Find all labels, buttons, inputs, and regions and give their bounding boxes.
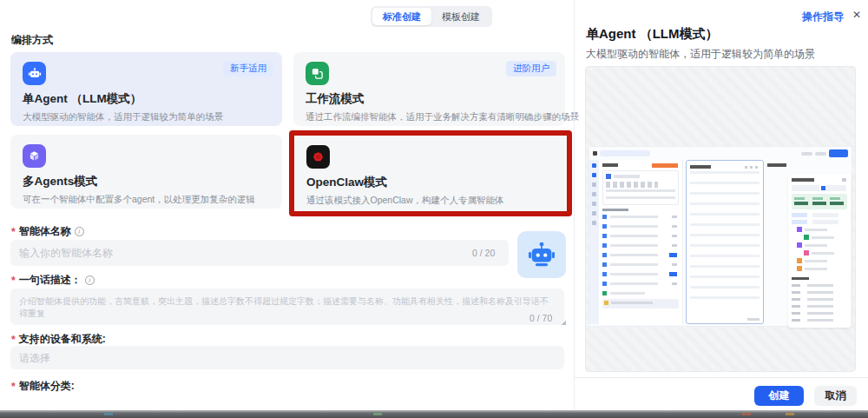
preview-description: 大模型驱动的智能体，适用于逻辑较为简单的场景: [586, 47, 815, 62]
skeleton: [602, 209, 628, 211]
skeleton: [602, 261, 679, 270]
name-char-counter: 0 / 20: [472, 248, 495, 258]
card-workflow[interactable]: 进阶用户 工作流模式 通过工作流编排智能体，适用于业务解决方案有清晰明确步骤的场…: [293, 52, 565, 126]
devices-select[interactable]: [10, 346, 564, 369]
skeleton: [767, 163, 786, 167]
robot-icon: [23, 62, 46, 85]
agent-name-input[interactable]: [10, 240, 509, 266]
required-asterisk: *: [11, 226, 16, 238]
devices-label: * 支持的设备和系统:: [11, 332, 106, 347]
info-icon[interactable]: i: [75, 227, 84, 236]
create-agent-modal: 标准创建 模板创建 操作指导 ✕ 编排方式 新手适用 单Agent （LLM模式…: [0, 0, 868, 418]
mock-prompt-panel: [686, 160, 764, 324]
agent-summary-label: * 一句话描述： i: [11, 273, 95, 288]
summary-char-counter: 0 / 70: [529, 313, 552, 323]
vertical-divider: [574, 0, 575, 410]
skeleton: [600, 150, 650, 156]
card-desc: 通过工作流编排智能体，适用于业务解决方案有清晰明确步骤的场景: [306, 111, 553, 123]
skeleton: [690, 171, 760, 302]
skeleton: [602, 289, 679, 299]
card-single-agent-llm[interactable]: 新手适用 单Agent （LLM模式） 大模型驱动的智能体，适用于逻辑较为简单的…: [10, 52, 282, 126]
mock-publish-button: [829, 149, 848, 157]
skeleton: [602, 213, 679, 222]
card-title: 工作流模式: [306, 91, 553, 107]
taskbar-fragment: [786, 413, 794, 415]
required-asterisk: *: [11, 275, 16, 287]
skeleton: [788, 174, 851, 328]
red-highlight-annotation: OpenClaw模式 通过该模式接入OpenClaw，构建个人专属智能体: [289, 130, 572, 216]
field-label-text: 智能体分类:: [19, 379, 75, 394]
field-label-text: 一句话描述：: [19, 273, 82, 288]
mock-body: [589, 160, 852, 324]
required-asterisk: *: [11, 334, 16, 346]
field-label-text: 智能体名称: [19, 224, 71, 239]
agent-avatar[interactable]: [517, 231, 566, 278]
card-desc: 大模型驱动的智能体，适用于逻辑较为简单的场景: [23, 111, 270, 123]
card-multi-agents[interactable]: 多Agents模式 可在一个智能体中配置多个agent，以处理更加复杂的逻辑: [10, 135, 282, 209]
card-desc: 可在一个智能体中配置多个agent，以处理更加复杂的逻辑: [23, 194, 270, 206]
cancel-button[interactable]: 取消: [814, 386, 857, 406]
required-asterisk: *: [11, 381, 16, 393]
avatar-robot-icon: [527, 240, 556, 269]
skeleton: [602, 299, 679, 309]
skeleton: [602, 270, 679, 280]
close-icon[interactable]: ✕: [852, 9, 861, 21]
skeleton: [602, 251, 679, 261]
skeleton: [602, 232, 679, 242]
card-openclaw[interactable]: OpenClaw模式 通过该模式接入OpenClaw，构建个人专属智能体: [294, 136, 567, 211]
mock-app-screenshot: [589, 147, 852, 326]
skeleton: [602, 222, 679, 232]
category-label: * 智能体分类:: [11, 379, 75, 394]
mock-middle-label: [764, 160, 788, 324]
create-button[interactable]: 创建: [754, 386, 804, 406]
novice-badge: 新手适用: [223, 61, 273, 76]
workflow-icon: [306, 62, 329, 85]
skeleton: [747, 318, 760, 321]
info-icon[interactable]: i: [85, 275, 95, 285]
create-mode-tabs: 标准创建 模板创建: [371, 6, 492, 27]
desktop-taskbar-edge: [0, 410, 868, 418]
advanced-badge: 进阶用户: [506, 61, 556, 76]
taskbar-fragment: [742, 413, 751, 415]
tab-standard-create[interactable]: 标准创建: [372, 8, 431, 25]
card-title: OpenClaw模式: [306, 175, 555, 190]
operation-guide-link[interactable]: 操作指导: [802, 10, 844, 24]
tab-template-create[interactable]: 模板创建: [431, 8, 490, 25]
skeleton: [602, 163, 679, 169]
mock-debug-panel: [788, 160, 851, 324]
card-title: 单Agent （LLM模式）: [23, 91, 270, 107]
skeleton: [815, 152, 826, 156]
agent-summary-textarea[interactable]: [10, 289, 564, 325]
skeleton: [593, 151, 597, 156]
multi-agent-icon: [23, 144, 46, 168]
skeleton: [602, 242, 679, 251]
mock-config-panel: [599, 160, 683, 324]
skeleton: [801, 152, 812, 156]
preview-image: [585, 66, 856, 372]
agent-name-label: * 智能体名称 i: [11, 224, 84, 239]
taskbar-fragment: [104, 413, 113, 415]
card-title: 多Agents模式: [23, 174, 270, 189]
footer-divider: [575, 377, 868, 378]
textarea-resize-handle[interactable]: [561, 320, 566, 325]
preview-title: 单Agent （LLM模式）: [586, 26, 718, 43]
field-label-text: 支持的设备和系统:: [19, 332, 106, 347]
skeleton: [602, 170, 679, 205]
orchestration-section-label: 编排方式: [11, 33, 53, 48]
mock-sidebar: [589, 160, 599, 324]
openclaw-icon: [306, 145, 330, 169]
skeleton: [690, 164, 760, 171]
skeleton: [602, 280, 679, 289]
taskbar-fragment: [373, 413, 382, 415]
card-desc: 通过该模式接入OpenClaw，构建个人专属智能体: [306, 195, 555, 207]
mock-topbar: [589, 147, 852, 160]
